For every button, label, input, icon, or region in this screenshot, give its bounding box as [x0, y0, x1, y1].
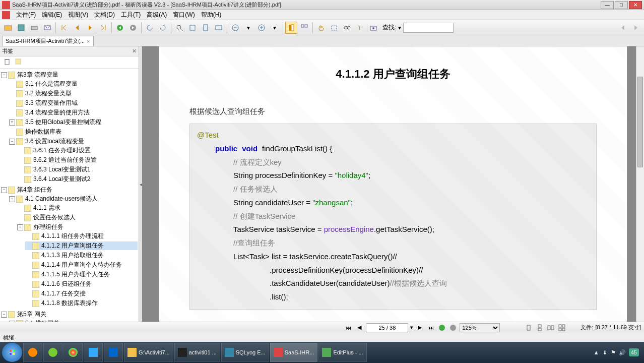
tree-item[interactable]: 4.1.1.5 用户办理个人任务: [25, 270, 138, 279]
tray-clock[interactable]: 45: [629, 348, 639, 356]
find-next-button[interactable]: [630, 22, 642, 34]
thumbnail-panel-button[interactable]: [298, 22, 310, 34]
nav-play-button[interactable]: [437, 323, 446, 332]
prev-page-nav[interactable]: ◀: [355, 323, 364, 332]
minimize-button[interactable]: —: [601, 1, 614, 9]
tree-item[interactable]: 4.1.1.6 归还组任务: [25, 280, 138, 288]
menu-view[interactable]: 视图(V): [65, 10, 91, 20]
view-continuous-button[interactable]: [535, 323, 544, 332]
print-button[interactable]: [28, 22, 40, 34]
menu-window[interactable]: 窗口(W): [170, 10, 198, 20]
tree-item[interactable]: 4.1.1.4 用户查询个人待办任务: [25, 261, 138, 269]
sidebar-close-button[interactable]: ✕: [132, 48, 137, 54]
open-button[interactable]: [2, 22, 14, 34]
next-page-button[interactable]: [84, 22, 96, 34]
tree-item[interactable]: 3.6.4 Local变量测试2: [17, 175, 138, 184]
next-page-nav[interactable]: ▶: [415, 323, 424, 332]
document-tab-close[interactable]: ×: [87, 38, 90, 44]
taskbar-pinned-app[interactable]: [23, 343, 42, 362]
zoom-select[interactable]: 125%: [460, 323, 500, 332]
bookmark-panel-button[interactable]: [285, 22, 297, 34]
last-page-nav[interactable]: ⏭: [426, 323, 435, 332]
taskbar-pinned-app[interactable]: [43, 343, 62, 362]
tree-item[interactable]: 3.3 流程变量作用域: [9, 99, 138, 107]
taskbar-app-intellij[interactable]: activiti01 ...: [174, 343, 220, 362]
tree-item-selected[interactable]: 4.1.1.2 用户查询组任务: [25, 241, 138, 250]
vertical-scrollbar[interactable]: [636, 46, 644, 322]
taskbar-app-sqlyog[interactable]: SQLyog E...: [221, 343, 269, 362]
tree-item[interactable]: 操作数据库表: [9, 128, 138, 136]
tree-item[interactable]: 3.1 什么是流程变量: [9, 80, 138, 88]
menu-advanced[interactable]: 高级(A): [144, 10, 170, 20]
tree-item[interactable]: 3.6.1 任务办理时设置: [17, 146, 138, 155]
find-button[interactable]: [341, 22, 353, 34]
tree-item[interactable]: +3.5 使用Global变量控制流程: [9, 118, 138, 127]
menu-document[interactable]: 文档(D): [91, 10, 118, 20]
tree-item[interactable]: 3.4 流程变量的使用方法: [9, 108, 138, 117]
view-single-button[interactable]: [524, 323, 533, 332]
tree-item[interactable]: −第4章 组任务: [1, 186, 138, 194]
find-prev-button[interactable]: [617, 22, 629, 34]
tree-item[interactable]: −办理组任务: [17, 223, 138, 231]
scrollbar-thumb[interactable]: [637, 77, 643, 167]
document-tab[interactable]: SaaS-IHRM项目-Activiti7讲义(... ×: [2, 36, 94, 46]
page-number-input[interactable]: [366, 323, 408, 332]
zoom-out-button[interactable]: [229, 22, 241, 34]
tree-item[interactable]: −第3章 流程变量: [1, 71, 138, 79]
snapshot-button[interactable]: [367, 22, 379, 34]
search-dropdown-icon[interactable]: ▾: [398, 24, 401, 31]
tree-item[interactable]: 3.6.3 Local变量测试1: [17, 165, 138, 174]
expand-bookmark-icon[interactable]: [14, 57, 22, 67]
menu-help[interactable]: 帮助(H): [198, 10, 225, 20]
close-button[interactable]: ✕: [629, 1, 642, 9]
actual-size-button[interactable]: [213, 22, 225, 34]
tree-item[interactable]: −4.1 Candidate-users候选人: [9, 195, 138, 203]
tree-item[interactable]: 4.1.1.8 数据库表操作: [25, 299, 138, 308]
taskbar-pinned-app[interactable]: [63, 343, 83, 362]
tray-icon[interactable]: 🌡: [602, 349, 608, 355]
taskbar-app-editplus[interactable]: EditPlus - ...: [318, 343, 366, 362]
menu-edit[interactable]: 编辑(E): [39, 10, 65, 20]
fit-page-button[interactable]: [200, 22, 212, 34]
delete-bookmark-icon[interactable]: [3, 57, 11, 67]
page-dropdown-icon[interactable]: ▾: [410, 324, 413, 331]
zoom-out-menu[interactable]: ▾: [242, 22, 254, 34]
first-page-button[interactable]: [58, 22, 70, 34]
tree-item[interactable]: 4.1.1.3 用户拾取组任务: [25, 251, 138, 260]
prev-page-button[interactable]: [71, 22, 83, 34]
zoom-in-menu[interactable]: ▾: [269, 22, 281, 34]
tree-item[interactable]: 4.1.1.1 组任务办理流程: [25, 232, 138, 240]
email-button[interactable]: [41, 22, 53, 34]
tree-item[interactable]: +5.1 排他网关: [9, 319, 138, 322]
fit-width-button[interactable]: [186, 22, 199, 34]
taskbar-pinned-app[interactable]: [84, 343, 103, 362]
tree-item[interactable]: −3.6 设置local流程变量: [9, 137, 138, 146]
view-facing-cont-button[interactable]: [557, 323, 566, 332]
first-page-nav[interactable]: ⏮: [344, 323, 353, 332]
view-facing-button[interactable]: [546, 323, 555, 332]
bookmark-tree[interactable]: −第3章 流程变量 3.1 什么是流程变量 3.2 流程变量类型 3.3 流程变…: [0, 69, 139, 322]
rotate-cw-button[interactable]: [157, 22, 169, 34]
zoom-in-button[interactable]: [255, 22, 268, 34]
last-page-button[interactable]: [97, 22, 109, 34]
text-tool-button[interactable]: T: [354, 22, 366, 34]
hand-tool-button[interactable]: [315, 22, 327, 34]
save-button[interactable]: [15, 22, 27, 34]
tray-icon[interactable]: ▲: [594, 349, 599, 355]
tray-icon[interactable]: 🔊: [619, 349, 626, 356]
tray-icon[interactable]: ⚑: [611, 349, 616, 356]
menu-file[interactable]: 文件(F): [13, 10, 39, 20]
taskbar-app-foxit-active[interactable]: SaaS-IHR...: [270, 343, 318, 362]
rotate-ccw-button[interactable]: [144, 22, 156, 34]
tree-item[interactable]: 设置任务候选人: [17, 213, 138, 222]
zoom-tool-button[interactable]: [173, 22, 185, 34]
nav-stop-button[interactable]: [448, 323, 458, 332]
tree-item[interactable]: 4.1.1 需求: [17, 204, 138, 212]
nav-forward-button[interactable]: [127, 22, 139, 34]
tree-item[interactable]: 4.1.1.7 任务交接: [25, 289, 138, 298]
search-input[interactable]: [403, 23, 454, 33]
tree-item[interactable]: 3.2 流程变量类型: [9, 89, 138, 98]
system-tray[interactable]: ▲ 🌡 ⚑ 🔊 45: [594, 348, 642, 356]
nav-back-button[interactable]: [114, 22, 126, 34]
tree-item[interactable]: −第5章 网关: [1, 310, 138, 319]
